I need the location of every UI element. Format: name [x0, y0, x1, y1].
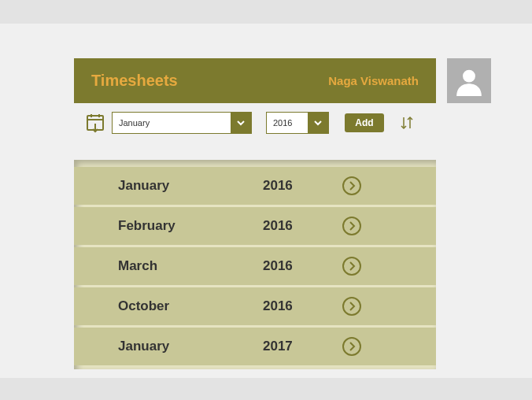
open-timesheet-button[interactable] — [342, 176, 362, 196]
svg-point-8 — [343, 177, 360, 194]
timesheet-row-month: January — [118, 339, 263, 354]
chevron-right-circle-icon — [342, 296, 362, 317]
calendar-icon — [83, 113, 107, 133]
add-button[interactable]: Add — [345, 113, 384, 132]
open-timesheet-button[interactable] — [342, 296, 362, 317]
avatar[interactable] — [447, 58, 491, 103]
timesheet-row-year: 2016 — [263, 178, 342, 194]
sort-icon[interactable] — [400, 114, 414, 131]
svg-point-11 — [343, 298, 360, 315]
bottombar-spacer — [0, 378, 532, 400]
month-select[interactable]: January — [112, 112, 252, 134]
open-timesheet-button[interactable] — [342, 216, 362, 236]
timesheet-row[interactable]: January2016 — [74, 167, 436, 205]
timesheet-row-month: February — [118, 218, 263, 234]
timesheet-row-month: March — [118, 258, 263, 274]
svg-point-10 — [343, 257, 360, 275]
main-container: Timesheets Naga Viswanath — [74, 58, 491, 369]
user-name-label: Naga Viswanath — [328, 74, 419, 87]
timesheet-row[interactable]: March2016 — [74, 247, 436, 285]
timesheet-row-year: 2016 — [263, 218, 342, 234]
timesheet-row-month: January — [118, 178, 263, 194]
chevron-right-circle-icon — [342, 216, 362, 236]
chevron-right-circle-icon — [342, 336, 362, 357]
avatar-placeholder-icon — [454, 66, 484, 96]
timesheet-row[interactable]: January2017 — [74, 328, 436, 365]
timesheet-row[interactable]: February2016 — [74, 207, 436, 245]
header-row: Timesheets Naga Viswanath — [74, 58, 491, 103]
year-select-value: 2016 — [267, 113, 308, 133]
timesheet-list-scroll[interactable]: January2016February2016March2016October2… — [74, 165, 436, 369]
topbar-spacer — [0, 0, 532, 24]
month-select-value: January — [113, 113, 231, 133]
timesheet-row-year: 2017 — [263, 339, 342, 354]
open-timesheet-button[interactable] — [342, 256, 362, 276]
year-select[interactable]: 2016 — [266, 112, 329, 134]
timesheet-row-year: 2016 — [263, 298, 342, 314]
controls-row: January 2016 Add — [74, 111, 491, 135]
timesheet-row-year: 2016 — [263, 258, 342, 274]
chevron-down-icon — [231, 113, 251, 133]
page-title: Timesheets — [91, 72, 178, 90]
svg-point-0 — [463, 69, 475, 82]
chevron-right-circle-icon — [342, 256, 362, 276]
page-background: Timesheets Naga Viswanath — [0, 24, 532, 378]
svg-point-12 — [343, 338, 360, 355]
page-header: Timesheets Naga Viswanath — [74, 58, 436, 103]
svg-point-9 — [343, 217, 360, 235]
timesheet-list-container: January2016February2016March2016October2… — [74, 160, 436, 369]
open-timesheet-button[interactable] — [342, 336, 362, 357]
timesheet-row-month: October — [118, 298, 263, 314]
chevron-down-icon — [308, 113, 328, 133]
chevron-right-circle-icon — [342, 176, 362, 196]
timesheet-row[interactable]: October2016 — [74, 287, 436, 325]
